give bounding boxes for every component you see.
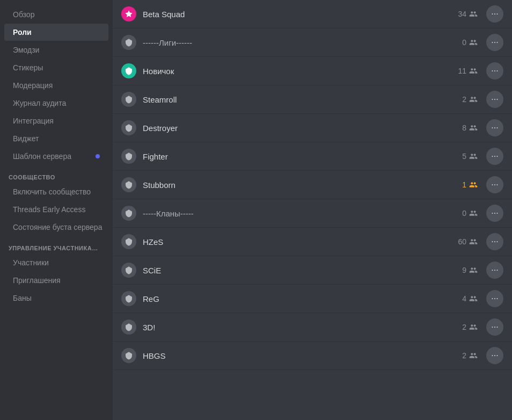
sidebar-item-emoji[interactable]: Эмодзи [4,41,108,59]
more-options-button[interactable]: ··· [486,205,503,222]
sidebar-item-threads-early-access[interactable]: Threads Early Access [4,201,108,218]
role-name: Steamroll [143,95,445,104]
member-count: 9 [445,266,478,274]
role-row[interactable]: Новичок 11 ··· [113,57,512,85]
role-icon [121,320,136,335]
sidebar-item-label: Обзор [13,10,34,19]
member-count: 4 [445,294,478,303]
sidebar-item-boost-status[interactable]: Состояние буста сервера [4,219,108,236]
community-section-label: СООБЩЕСТВО [0,165,113,183]
more-options-button[interactable]: ··· [486,5,503,23]
role-row[interactable]: ReG 4 ··· [113,285,512,313]
more-options-button[interactable]: ··· [486,262,503,279]
sidebar-item-label: Роли [13,28,32,37]
role-name: ReG [143,294,445,303]
member-count: 8 [445,124,478,132]
sidebar-item-widget[interactable]: Виджет [4,130,108,147]
role-name: HBGS [143,351,445,360]
more-options-button[interactable]: ··· [486,62,503,79]
sidebar-item-moderation[interactable]: Модерация [4,77,108,94]
more-options-button[interactable]: ··· [486,34,503,51]
role-row[interactable]: HZeS 60 ··· [113,228,512,256]
sidebar-item-members[interactable]: Участники [4,254,108,271]
members-section-label: УПРАВЛЕНИЕ УЧАСТНИКА… [0,236,113,254]
sidebar-item-integration[interactable]: Интеграция [4,112,108,129]
role-icon [121,92,136,107]
member-count: 2 [445,323,478,331]
more-options-button[interactable]: ··· [486,347,503,364]
people-icon [469,124,478,132]
people-icon [469,294,478,303]
role-name: 3D! [143,323,445,332]
sidebar: ОбзорРолиЭмодзиСтикерыМодерацияЖурнал ау… [0,0,113,420]
role-name: ------Лиги------ [143,38,445,47]
more-options-button[interactable]: ··· [486,91,503,108]
people-icon [469,67,478,75]
people-icon [469,180,478,189]
role-name: Stubborn [143,180,445,190]
sidebar-item-label: Стикеры [13,63,43,72]
people-icon [469,351,478,360]
role-row[interactable]: ------Лиги------ 0 ··· [113,28,512,57]
member-count: 60 [445,237,478,246]
role-row[interactable]: -----Кланы----- 0 ··· [113,199,512,228]
main-content: Beta Squad 34 ··· ------Лиги------ 0 ··· [113,0,512,420]
sidebar-item-audit[interactable]: Журнал аудита [4,95,108,112]
more-options-button[interactable]: ··· [486,119,503,136]
more-options-button[interactable]: ··· [486,318,503,336]
sidebar-item-overview[interactable]: Обзор [4,6,108,23]
sidebar-item-label: Интеграция [13,117,54,125]
role-name: Новичок [143,67,445,76]
member-count: 2 [445,95,478,104]
sidebar-item-label: Состояние буста сервера [13,223,102,231]
people-icon [469,10,478,18]
member-count: 2 [445,351,478,360]
role-row[interactable]: Steamroll 2 ··· [113,85,512,114]
people-icon [469,323,478,331]
role-icon [121,63,136,78]
sidebar-item-template[interactable]: Шаблон сервера [4,148,108,165]
sidebar-item-label: Баны [13,294,32,302]
more-options-button[interactable]: ··· [486,176,503,193]
sidebar-item-enable-community[interactable]: Включить сообщество [4,183,108,200]
role-row[interactable]: SCiE 9 ··· [113,256,512,285]
member-count: 0 [445,209,478,218]
member-count: 34 [445,10,478,18]
role-row[interactable]: Stubborn 1 ··· [113,171,512,199]
people-icon [469,237,478,246]
role-row[interactable]: Beta Squad 34 ··· [113,0,512,28]
role-row[interactable]: HBGS 2 ··· [113,342,512,370]
member-count: 11 [445,67,478,75]
sidebar-item-label: Виджет [13,134,39,143]
sidebar-item-label: Threads Early Access [13,205,85,214]
member-count: 1 [445,180,478,189]
role-icon [121,120,136,135]
sidebar-item-stickers[interactable]: Стикеры [4,59,108,76]
people-icon [469,209,478,218]
sidebar-item-label: Участники [13,258,49,267]
more-options-button[interactable]: ··· [486,290,503,307]
people-icon [469,266,478,274]
sidebar-item-bans[interactable]: Баны [4,289,108,307]
role-icon [121,6,136,21]
sidebar-item-invitations[interactable]: Приглашения [4,272,108,289]
more-options-button[interactable]: ··· [486,148,503,165]
role-row[interactable]: Destroyer 8 ··· [113,114,512,142]
member-count: 5 [445,152,478,161]
role-icon [121,291,136,306]
sidebar-item-label: Журнал аудита [13,99,66,107]
role-name: Fighter [143,152,445,161]
role-name: -----Кланы----- [143,209,445,218]
people-icon [469,152,478,161]
role-icon [121,177,136,192]
role-row[interactable]: 3D! 2 ··· [113,313,512,342]
role-icon [121,35,136,50]
sidebar-item-roles[interactable]: Роли [4,24,108,41]
member-count: 0 [445,38,478,47]
more-options-button[interactable]: ··· [486,233,503,250]
role-icon [121,263,136,278]
people-icon [469,95,478,104]
role-row[interactable]: Fighter 5 ··· [113,142,512,171]
role-name: SCiE [143,266,445,275]
sidebar-item-label: Приглашения [13,276,61,285]
